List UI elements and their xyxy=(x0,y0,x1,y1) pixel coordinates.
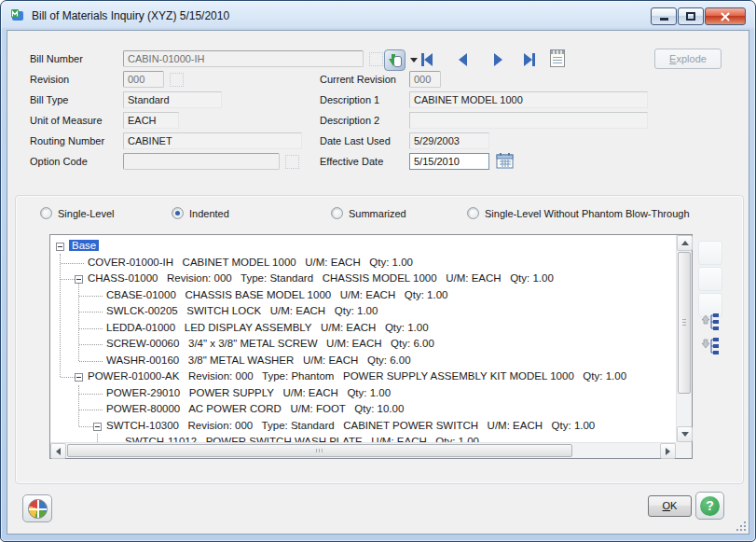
tree-node[interactable]: SCREW-00060 3/4" x 3/8" METAL SCREW U/M:… xyxy=(50,337,676,354)
tree-vertical-scrollbar[interactable] xyxy=(676,235,692,442)
scroll-right-button[interactable] xyxy=(660,443,676,459)
radio-indented[interactable]: Indented xyxy=(172,207,229,219)
horizontal-scroll-thumb[interactable] xyxy=(67,444,572,457)
option-code-field[interactable] xyxy=(123,153,280,170)
vertical-scroll-thumb[interactable] xyxy=(678,252,691,394)
tree-connector xyxy=(79,296,103,297)
tree-node[interactable]: Base xyxy=(50,239,676,256)
tree-node-label: SCREW-00060 3/4" x 3/8" METAL SCREW U/M:… xyxy=(106,338,434,349)
memo-button[interactable] xyxy=(550,49,565,67)
radio-label: Indented xyxy=(189,208,229,219)
expand-section-button[interactable] xyxy=(700,337,721,355)
tree-expander-icon[interactable] xyxy=(75,275,83,284)
collapse-section-button[interactable] xyxy=(700,313,721,331)
unit-of-measure-field: EACH xyxy=(123,112,179,129)
tree-expander-icon[interactable] xyxy=(75,373,83,382)
tree-expander-icon[interactable] xyxy=(56,243,64,251)
window-title: Bill of Materials Inquiry (XYZ) 5/15/201… xyxy=(32,9,229,22)
ok-button[interactable]: OK xyxy=(648,495,692,517)
bom-view-group: Single-Level Indented Summarized Single-… xyxy=(15,195,744,484)
explode-button[interactable]: Explode xyxy=(654,49,722,69)
tree-horizontal-scrollbar[interactable] xyxy=(50,442,676,458)
tree-node[interactable]: SWTCH-11012 POWER SWITCH WASH PLATE U/M:… xyxy=(50,435,676,442)
tree-node-label: COVER-01000-IH CABINET MODEL 1000 U/M: E… xyxy=(88,257,413,268)
last-record-button[interactable] xyxy=(524,53,535,66)
help-button[interactable]: ? xyxy=(695,492,724,520)
first-record-button[interactable] xyxy=(421,53,433,66)
bill-number-field[interactable]: CABIN-01000-IH xyxy=(123,50,364,67)
tree-connector xyxy=(61,377,75,378)
radio-single-level[interactable]: Single-Level xyxy=(40,207,115,219)
previous-record-button[interactable] xyxy=(459,53,467,66)
close-icon xyxy=(720,11,731,22)
bill-type-field: Standard xyxy=(123,91,222,108)
color-wheel-icon xyxy=(28,499,48,519)
tree-connector xyxy=(79,344,103,345)
item-search-button[interactable] xyxy=(384,49,405,71)
effective-date-label: Effective Date xyxy=(320,156,383,167)
tree-expander-icon[interactable] xyxy=(93,423,102,431)
last-record-icon xyxy=(524,53,532,66)
app-icon xyxy=(10,7,25,22)
scroll-down-button[interactable] xyxy=(677,426,693,442)
next-record-icon xyxy=(494,53,502,66)
minimize-button[interactable] xyxy=(651,7,677,25)
calendar-icon xyxy=(496,153,514,169)
tree-node[interactable]: COVER-01000-IH CABINET MODEL 1000 U/M: E… xyxy=(50,256,676,272)
tree-node[interactable]: CHASS-01000 Revision: 000 Type: Standard… xyxy=(50,271,676,288)
dialog-client-area: Bill Number CABIN-01000-IH Revision 000 … xyxy=(7,30,749,535)
tree-node[interactable]: SWTCH-10300 Revision: 000 Type: Standard… xyxy=(50,419,676,436)
help-icon: ? xyxy=(700,496,720,516)
tree-node[interactable]: POWER-80000 AC POWER CORD U/M: FOOT Qty:… xyxy=(50,402,676,419)
maximize-icon xyxy=(686,12,695,21)
radio-circle[interactable] xyxy=(331,207,343,219)
tree-connector xyxy=(79,328,103,329)
radio-label: Single-Level Without Phantom Blow-Throug… xyxy=(485,208,690,219)
tree-node[interactable]: POWER-01000-AK Revision: 000 Type: Phant… xyxy=(50,369,676,386)
tree-node-label: LEDDA-01000 LED DISPLAY ASSEMBLY U/M: EA… xyxy=(106,322,429,333)
description-2-field xyxy=(409,112,648,129)
minimize-icon xyxy=(660,18,668,21)
title-bar[interactable]: Bill of Materials Inquiry (XYZ) 5/15/201… xyxy=(1,1,755,30)
side-tool-ghost-button-1 xyxy=(698,241,722,265)
tree-node[interactable]: CBASE-01000 CHASSIS BASE MODEL 1000 U/M:… xyxy=(50,288,676,305)
current-revision-field: 000 xyxy=(409,71,441,88)
tree-rows: BaseCOVER-01000-IH CABINET MODEL 1000 U/… xyxy=(50,235,676,442)
scroll-up-icon xyxy=(681,241,689,245)
radio-summarized[interactable]: Summarized xyxy=(331,207,406,219)
radio-single-level-without-phantom[interactable]: Single-Level Without Phantom Blow-Throug… xyxy=(467,207,690,219)
tree-node[interactable]: SWLCK-00205 SWITCH LOCK U/M: EACH Qty: 1… xyxy=(50,304,676,321)
radio-circle[interactable] xyxy=(467,207,479,219)
resize-grip[interactable] xyxy=(734,519,746,531)
bom-tree: BaseCOVER-01000-IH CABINET MODEL 1000 U/… xyxy=(49,234,693,459)
next-record-button[interactable] xyxy=(494,53,502,66)
tree-node[interactable]: WASHR-00160 3/8" METAL WASHER U/M: EACH … xyxy=(50,354,676,370)
close-button[interactable] xyxy=(705,7,746,25)
tree-node-label: POWER-80000 AC POWER CORD U/M: FOOT Qty:… xyxy=(106,403,404,414)
radio-circle[interactable] xyxy=(172,207,184,219)
tree-node-label: Base xyxy=(69,240,99,251)
revision-field[interactable]: 000 xyxy=(123,71,164,88)
tree-node-label: SWLCK-00205 SWITCH LOCK U/M: EACH Qty: 1… xyxy=(106,305,378,316)
revision-lookup-ghost-icon xyxy=(170,73,184,87)
tree-node-label: CHASS-01000 Revision: 000 Type: Standard… xyxy=(88,272,554,284)
tree-connector xyxy=(79,361,103,362)
bill-number-label: Bill Number xyxy=(30,53,83,64)
dropdown-caret-icon[interactable] xyxy=(410,58,418,63)
tree-connector xyxy=(79,312,103,313)
tree-node[interactable]: LEDDA-01000 LED DISPLAY ASSEMBLY U/M: EA… xyxy=(50,321,676,338)
maximize-button[interactable] xyxy=(678,7,704,25)
scroll-up-button[interactable] xyxy=(677,235,693,251)
side-tool-ghost-button-2 xyxy=(698,267,722,291)
bom-inquiry-window: Bill of Materials Inquiry (XYZ) 5/15/201… xyxy=(0,0,756,542)
color-wheel-button[interactable] xyxy=(22,494,52,522)
radio-circle[interactable] xyxy=(40,207,52,219)
radio-label: Summarized xyxy=(349,208,406,219)
routing-number-field: CABINET xyxy=(123,132,302,149)
bill-number-lookup-ghost-icon xyxy=(369,52,383,66)
scroll-left-icon xyxy=(56,448,61,455)
scroll-left-button[interactable] xyxy=(50,443,66,459)
effective-date-field[interactable]: 5/15/2010 xyxy=(409,153,489,170)
tree-node[interactable]: POWER-29010 POWER SUPPLY U/M: EACH Qty: … xyxy=(50,386,676,403)
calendar-button[interactable] xyxy=(496,153,514,171)
